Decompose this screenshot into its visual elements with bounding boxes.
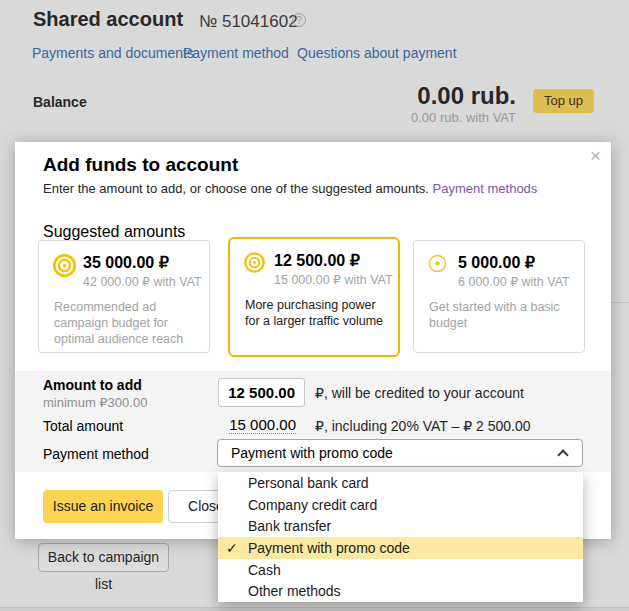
suggested-amount-card-12500-selected[interactable]: 12 500.00 ₽ 15 000.00 ₽ with VAT More pu… <box>228 237 400 357</box>
payment-method-label: Payment method <box>43 446 149 462</box>
coin-target-icon <box>52 253 77 282</box>
suggested-amount-card-5000[interactable]: 5 000.00 ₽ 6 000.00 ₽ with VAT Get start… <box>413 240 585 353</box>
amount-to-add-label: Amount to add <box>43 377 142 393</box>
help-icon[interactable]: ? <box>292 13 306 27</box>
card-vat: 42 000.00 ₽ with VAT <box>83 274 202 289</box>
shared-account-page: Shared account № 51041602 ? Payments and… <box>0 0 629 611</box>
card-description: Recommended ad campaign budget for optim… <box>54 299 201 347</box>
dropdown-option-cash[interactable]: Cash <box>218 559 583 581</box>
background-divider <box>611 302 629 303</box>
close-icon[interactable]: × <box>590 146 601 165</box>
chevron-up-icon <box>557 449 568 460</box>
dropdown-option-bank-transfer[interactable]: Bank transfer <box>218 515 583 537</box>
suggested-amounts-heading: Suggested amounts <box>43 223 185 241</box>
minimum-amount-hint: minimum ₽300.00 <box>43 395 147 410</box>
dropdown-option-payment-with-promo-code[interactable]: ✓Payment with promo code <box>218 537 583 559</box>
payment-method-selected-value: Payment with promo code <box>231 445 393 461</box>
card-amount: 12 500.00 ₽ <box>274 251 360 270</box>
coin-target-icon <box>243 251 266 278</box>
page-title: Shared account <box>33 8 183 31</box>
balance-box: 0.00 rub. 0.00 rub. with VAT <box>411 83 516 125</box>
modal-title: Add funds to account <box>43 154 238 176</box>
account-number: № 51041602 <box>199 12 298 32</box>
top-up-button[interactable]: Top up <box>533 89 594 113</box>
dropdown-option-other-methods[interactable]: Other methods <box>218 580 583 602</box>
total-amount-label: Total amount <box>43 418 123 434</box>
amount-input[interactable] <box>218 378 305 407</box>
nav-link-questions-about-payment[interactable]: Questions about payment <box>297 45 457 61</box>
total-suffix-text: ₽, including 20% VAT – ₽ 2 500.00 <box>315 418 531 434</box>
suggested-amount-card-35000[interactable]: 35 000.00 ₽ 42 000.00 ₽ with VAT Recomme… <box>38 240 210 353</box>
payment-methods-link[interactable]: Payment methods <box>433 181 538 196</box>
card-description: More purchasing power for a larger traff… <box>245 297 392 329</box>
coin-target-icon <box>427 253 448 278</box>
issue-invoice-button[interactable]: Issue an invoice <box>43 490 163 523</box>
total-amount-value: 15 000.00 <box>218 416 305 433</box>
checkmark-icon: ✓ <box>226 540 238 556</box>
payment-method-select[interactable]: Payment with promo code <box>217 439 583 467</box>
amount-suffix-text: ₽, will be credited to your account <box>315 385 524 401</box>
balance-label: Balance <box>33 94 87 110</box>
dropdown-option-company-credit-card[interactable]: Company credit card <box>218 494 583 516</box>
card-description: Get started with a basic budget <box>429 299 576 331</box>
nav-link-payment-method[interactable]: Payment method <box>183 45 289 61</box>
dropdown-option-personal-bank-card[interactable]: Personal bank card <box>218 472 583 494</box>
back-to-campaign-list-button[interactable]: Back to campaign list <box>38 543 169 572</box>
card-vat: 6 000.00 ₽ with VAT <box>458 274 570 289</box>
card-amount: 5 000.00 ₽ <box>458 253 535 272</box>
balance-vat-value: 0.00 rub. with VAT <box>411 110 516 125</box>
payment-method-dropdown: Personal bank card Company credit card B… <box>218 472 583 602</box>
modal-subtitle-text: Enter the amount to add, or choose one o… <box>43 181 429 196</box>
card-vat: 15 000.00 ₽ with VAT <box>274 272 393 287</box>
balance-value: 0.00 rub. <box>411 83 516 108</box>
modal-subtitle: Enter the amount to add, or choose one o… <box>43 181 537 196</box>
nav-link-payments-and-documents[interactable]: Payments and documents <box>32 45 194 61</box>
card-amount: 35 000.00 ₽ <box>83 253 169 272</box>
background-bottom-strip <box>0 607 629 611</box>
